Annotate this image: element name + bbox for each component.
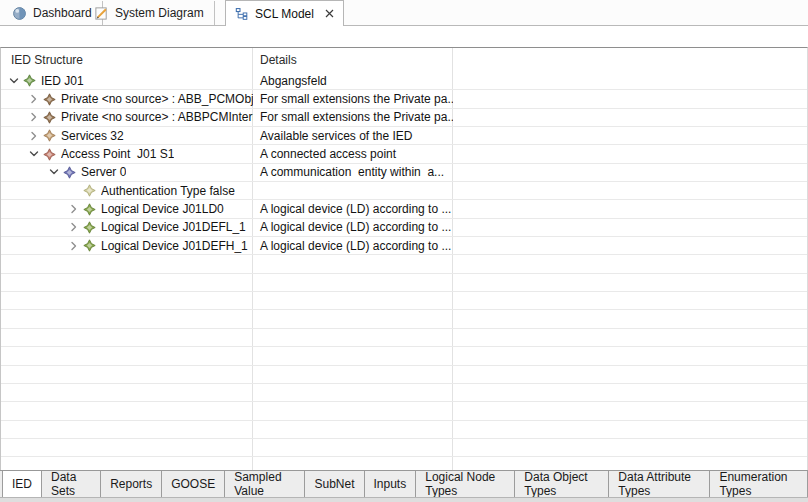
tree-item-label: Logical Device J01LD0 [101,202,224,216]
private-diamond-icon [43,93,56,106]
bottom-tab-reports[interactable]: Reports [101,471,162,497]
tree-item-label: Server 0 [81,165,126,179]
authentication-diamond-icon [83,184,96,197]
expand-chevron-icon[interactable] [68,240,80,252]
expand-chevron-icon[interactable] [28,130,40,142]
tree-cell: Logical Device J01DEFL_1 [1,219,253,236]
tree-cell: Authentication Type false [1,182,253,199]
table-row[interactable]: Access Point J01 S1 A connected access p… [1,145,807,163]
tree-item-label: Logical Device J01DEFL_1 [101,220,246,234]
ied-diamond-icon [23,74,36,87]
logical-device-diamond-icon [83,203,96,216]
empty-row [1,421,807,439]
tree-cell: Server 0 [1,164,253,181]
empty-row [1,457,807,470]
empty-row [1,402,807,420]
details-cell: A logical device (LD) according to ... [253,202,453,216]
empty-cell [1,402,253,419]
tab-system-diagram[interactable]: System Diagram [84,1,215,25]
details-cell: A logical device (LD) according to ... [253,220,453,234]
empty-cell [1,439,253,456]
tree-cell: Logical Device J01DEFH_1 [1,237,253,254]
table-row[interactable]: Logical Device J01DEFL_1 A logical devic… [1,219,807,237]
empty-cell [1,366,253,383]
tree-item-label: Logical Device J01DEFH_1 [101,239,248,253]
bottom-tab-data-sets[interactable]: Data Sets [42,471,101,497]
expand-chevron-icon[interactable] [48,166,60,178]
access-point-diamond-icon [43,148,56,161]
tree-item-label: Authentication Type false [101,184,235,198]
tree-cell: IED J01 [1,72,253,89]
private-diamond-icon [43,111,56,124]
empty-cell [1,292,253,309]
tab-scl-model[interactable]: SCL Model [225,0,344,26]
column-header-details[interactable]: Details [253,53,453,67]
table-row[interactable]: IED J01 Abgangsfeld [1,72,807,90]
empty-row [1,255,807,273]
empty-row [1,347,807,365]
tree-cell: Logical Device J01LD0 [1,200,253,217]
system-diagram-icon [94,6,109,21]
tree-cell: Private <no source> : ABB_PCMObje [1,90,253,107]
expand-chevron-icon[interactable] [28,148,40,160]
bottom-tab-goose[interactable]: GOOSE [162,471,225,497]
details-cell: A logical device (LD) according to ... [253,239,453,253]
scl-model-icon [235,7,249,21]
bottom-tab-inputs[interactable]: Inputs [365,471,417,497]
bottom-tab-logical-node-types[interactable]: Logical Node Types [416,471,515,497]
empty-cell [1,457,253,470]
logical-device-diamond-icon [83,221,96,234]
tab-label: SCL Model [255,7,314,21]
empty-cell [1,255,253,272]
bottom-tab-data-attribute-types[interactable]: Data Attribute Types [609,471,710,497]
empty-row [1,274,807,292]
tree-item-label: IED J01 [41,74,84,88]
tree-item-label: Access Point J01 S1 [61,147,174,161]
table-row[interactable]: Logical Device J01LD0 A logical device (… [1,200,807,218]
table-row[interactable]: Server 0 A communication entity within a… [1,164,807,182]
tab-label: Dashboard [33,6,92,20]
details-cell: A communication entity within a... [253,165,453,179]
bottom-tab-subnet[interactable]: SubNet [305,471,364,497]
table-row[interactable]: Services 32 Available services of the IE… [1,127,807,145]
empty-cell [1,274,253,291]
expand-chevron-icon[interactable] [68,221,80,233]
bottom-status-strip [0,497,808,502]
empty-row [1,384,807,402]
dashboard-icon [12,6,27,21]
table-row[interactable]: Private <no source> : ABB_PCMObje For sm… [1,90,807,108]
table-row[interactable]: Private <no source> : ABBPCMInterr For s… [1,109,807,127]
empty-cell [1,329,253,346]
expand-chevron-icon[interactable] [28,93,40,105]
details-cell: Abgangsfeld [253,74,453,88]
bottom-tab-ied[interactable]: IED [2,471,42,497]
empty-cell [1,347,253,364]
empty-row [1,366,807,384]
tree-cell: Access Point J01 S1 [1,145,253,162]
scl-editor-window: Dashboard System Diagram SCL Model [0,0,808,502]
tree-cell: Private <no source> : ABBPCMInterr [1,109,253,126]
bottom-tab-enumeration-types[interactable]: Enumeration Types [710,471,808,497]
expand-chevron-icon[interactable] [8,75,20,87]
tree-cell: Services 32 [1,127,253,144]
close-icon[interactable] [325,9,334,18]
bottom-tab-data-object-types[interactable]: Data Object Types [515,471,609,497]
table-header-row: IED Structure Details [1,48,807,72]
editor-tab-bar: Dashboard System Diagram SCL Model [0,0,808,26]
table-body: IED J01 Abgangsfeld Private <no source> … [1,72,807,470]
empty-row [1,310,807,328]
table-row[interactable]: Logical Device J01DEFH_1 A logical devic… [1,237,807,255]
expand-chevron-icon[interactable] [28,111,40,123]
empty-cell [1,384,253,401]
details-cell: For small extensions the Private pa... [253,110,453,124]
expand-chevron-icon[interactable] [68,203,80,215]
column-header-ied-structure[interactable]: IED Structure [1,53,253,67]
tabbar-divider [0,25,808,26]
empty-row [1,439,807,457]
bottom-tab-bar: IED Data Sets Reports GOOSE Sampled Valu… [0,470,808,497]
tree-item-label: Private <no source> : ABB_PCMObje [61,92,253,106]
bottom-tab-sampled-value[interactable]: Sampled Value [225,471,305,497]
table-row[interactable]: Authentication Type false [1,182,807,200]
empty-cell [1,421,253,438]
details-cell: For small extensions the Private pa... [253,92,453,106]
